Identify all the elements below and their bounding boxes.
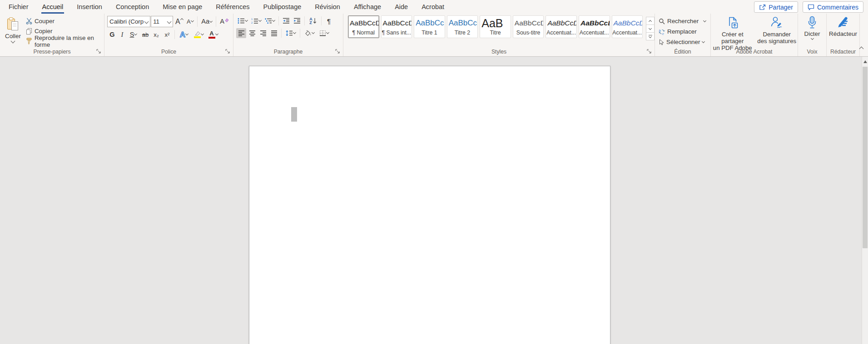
justify-icon [271,30,278,36]
divider [174,30,175,39]
sort-button[interactable]: A Z [307,16,319,26]
scissors-icon [26,18,32,25]
replace-icon: b c [659,29,665,35]
chevron-down-icon [810,37,813,40]
dictate-button[interactable]: Dicter [800,14,824,56]
tab-aide[interactable]: Aide [388,0,415,14]
styles-scroll-up-button[interactable] [646,17,655,25]
tab-acrobat[interactable]: Acrobat [415,0,451,14]
line-spacing-button[interactable] [284,28,298,38]
microphone-icon [807,16,818,29]
tab-references[interactable]: Références [209,0,256,14]
document-page[interactable] [249,66,610,344]
tab-insertion[interactable]: Insertion [70,0,109,14]
acrobat-group: Créer et partager un PDF Adobe Demander … [711,14,798,56]
scrollbar-thumb[interactable] [863,67,868,248]
show-formatting-marks-button[interactable]: ¶ [324,16,334,26]
tab-mise-en-page[interactable]: Mise en page [156,0,209,14]
find-button[interactable]: Rechercher [659,16,710,26]
numbering-button[interactable]: 12 [250,16,263,26]
justify-button[interactable] [269,28,279,38]
underline-button[interactable]: S [127,29,139,39]
svg-text:b: b [659,29,661,33]
replace-button[interactable]: b c Remplacer [659,27,710,36]
tab-affichage[interactable]: Affichage [347,0,388,14]
paragraph-dialog-launcher[interactable] [334,48,341,54]
shading-button[interactable] [303,28,316,38]
tab-accueil[interactable]: Accueil [35,0,70,14]
divider [304,16,305,25]
change-case-button[interactable]: Aa [200,17,213,27]
clear-formatting-button[interactable]: A [218,17,230,27]
align-center-icon [249,30,256,36]
align-left-icon [238,30,245,36]
style-heading2[interactable]: AaBbCcD Titre 2 [447,15,478,38]
editor-pen-icon [836,16,850,29]
tab-conception[interactable]: Conception [109,0,156,14]
align-left-button[interactable] [236,28,246,38]
collapse-ribbon-button[interactable] [859,44,864,53]
font-size-value: 11 [153,18,159,25]
style-intense-emphasis[interactable]: AaBbCcDi Accentuat... [612,15,643,38]
style-emphasis[interactable]: AaBbCcDi Accentuat... [579,15,610,38]
bullets-button[interactable] [236,16,249,26]
comments-label: Commentaires [817,4,858,11]
chevron-up-icon [859,47,864,51]
chevron-down-icon [293,31,296,34]
styles-dialog-launcher[interactable] [646,48,652,54]
comments-button[interactable]: Commentaires [803,1,863,13]
chevron-down-icon [134,32,137,35]
bold-button[interactable]: G [107,29,117,39]
font-family-combobox[interactable]: Calibri (Corp [107,16,150,27]
select-button[interactable]: Sélectionner [659,37,710,47]
highlight-color-button[interactable] [192,29,205,39]
style-normal[interactable]: AaBbCcDc ¶ Normal [348,15,379,38]
format-painter-button[interactable]: Reproduire la mise en forme [25,36,104,46]
styles-scroll-down-button[interactable] [646,25,655,33]
style-heading1[interactable]: AaBbCc Titre 1 [414,15,445,38]
request-signatures-button[interactable]: Demander des signatures [756,14,798,56]
strikethrough-button[interactable]: ab [140,29,150,39]
styles-gallery-scroll [646,17,655,40]
decrease-indent-button[interactable] [281,16,291,26]
superscript-button[interactable]: x² [162,29,172,39]
chevron-down-icon [185,32,188,35]
multilevel-list-button[interactable] [263,16,276,26]
subscript-button[interactable]: x₂ [151,29,161,39]
bullet-list-icon [238,18,245,24]
editor-button[interactable]: Rédacteur [828,14,858,56]
vertical-scrollbar[interactable] [862,57,868,344]
increase-indent-button[interactable] [292,16,302,26]
paste-button[interactable]: Coller [2,15,24,54]
create-pdf-button[interactable]: Créer et partager un PDF Adobe [711,14,754,56]
tab-fichier[interactable]: Fichier [2,0,35,14]
font-color-button[interactable]: A [206,29,220,39]
borders-button[interactable] [317,28,331,38]
italic-button[interactable]: I [118,29,126,39]
font-dialog-launcher[interactable] [224,48,231,54]
style-subtle-emphasis[interactable]: AaBbCcDi Accentuat... [546,15,577,38]
chevron-down-icon [144,19,149,24]
font-size-combobox[interactable]: 11 [151,16,173,27]
top-right-actions: Partager Commentaires [754,1,863,13]
divider [281,29,282,38]
cut-button[interactable]: Couper [25,16,104,26]
grow-font-button[interactable]: A [174,17,184,27]
divider [197,16,198,27]
tab-publipostage[interactable]: Publipostage [256,0,308,14]
align-right-button[interactable] [258,28,268,38]
scroll-up-button[interactable] [862,58,868,65]
styles-group-label: Styles [343,49,655,55]
tab-revision[interactable]: Révision [308,0,347,14]
text-cursor-block [291,107,297,122]
style-subtitle[interactable]: AaBbCcD Sous-titre [513,15,544,38]
styles-more-button[interactable] [646,32,655,40]
shrink-font-button[interactable]: A [185,17,195,27]
align-center-button[interactable] [247,28,257,38]
styles-gallery: AaBbCcDc ¶ Normal AaBbCcDc ¶ Sans int...… [343,14,655,40]
text-effects-button[interactable]: A [177,29,191,39]
share-button[interactable]: Partager [754,1,798,13]
clipboard-dialog-launcher[interactable] [95,48,102,54]
style-no-spacing[interactable]: AaBbCcDc ¶ Sans int... [381,15,412,38]
style-title[interactable]: AaB Titre [480,15,511,38]
